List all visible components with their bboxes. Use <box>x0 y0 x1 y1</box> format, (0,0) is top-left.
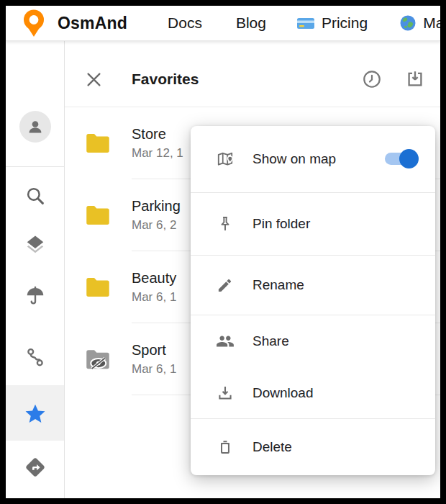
nav-link-pricing[interactable]: Pricing <box>296 14 368 32</box>
folder-name: Parking <box>132 198 181 215</box>
save-download-icon[interactable] <box>405 69 425 89</box>
sidebar-item-favorites[interactable] <box>6 402 65 426</box>
trash-icon <box>216 438 235 456</box>
sidebar-item-search[interactable] <box>6 185 65 207</box>
favorites-header: Favorites <box>65 41 440 107</box>
folder-context-menu: Show on map Pin folder Rename <box>191 126 435 475</box>
folder-name: Store <box>132 126 183 143</box>
globe-icon <box>399 14 417 32</box>
menu-item-delete[interactable]: Delete <box>191 419 435 475</box>
sidebar-item-weather[interactable] <box>6 285 65 307</box>
sidebar-item-navigation[interactable] <box>6 456 65 479</box>
weather-umbrella-icon <box>24 285 46 307</box>
menu-item-download[interactable]: Download <box>191 367 435 419</box>
menu-item-label: Delete <box>252 439 292 455</box>
download-icon <box>216 384 235 402</box>
brand-name[interactable]: OsmAnd <box>58 14 127 33</box>
tracks-icon <box>24 346 46 368</box>
menu-item-label: Show on map <box>252 151 336 167</box>
app-window: OsmAnd Docs Blog Pricing <box>6 6 440 498</box>
osmand-logo-icon[interactable] <box>22 9 46 37</box>
credit-card-icon <box>296 17 315 30</box>
menu-item-share[interactable]: Share <box>191 315 435 367</box>
navigation-icon <box>24 456 47 479</box>
folder-name: Beauty <box>132 270 176 287</box>
nav-link-docs[interactable]: Docs <box>168 14 202 32</box>
folder-date: Mar 6, 1 <box>132 362 176 377</box>
pencil-icon <box>216 276 235 294</box>
menu-item-label: Pin folder <box>252 216 310 232</box>
panel-title: Favorites <box>132 71 199 88</box>
search-icon <box>24 185 46 207</box>
account-icon <box>25 117 45 137</box>
layers-icon <box>24 234 46 256</box>
menu-item-label: Download <box>252 385 314 401</box>
favorites-star-icon <box>23 402 47 426</box>
folder-hidden-icon <box>85 348 111 370</box>
show-on-map-toggle[interactable] <box>385 153 417 165</box>
menu-item-label: Share <box>252 333 289 349</box>
menu-item-label: Rename <box>252 277 304 293</box>
people-icon <box>216 332 235 351</box>
sidebar-item-layers[interactable] <box>6 234 65 256</box>
menu-item-rename[interactable]: Rename <box>191 256 435 315</box>
sidebar-item-tracks[interactable] <box>6 346 65 368</box>
screenshot-frame: OsmAnd Docs Blog Pricing <box>0 0 446 504</box>
toggle-knob <box>399 149 419 168</box>
recent-clock-icon[interactable] <box>362 69 382 89</box>
left-sidebar <box>6 41 65 498</box>
folder-date: Mar 12, 1 <box>132 146 183 161</box>
folder-name: Sport <box>132 342 176 359</box>
nav-link-map[interactable]: Map <box>399 14 440 32</box>
folder-icon <box>85 132 111 154</box>
folder-icon <box>85 276 111 298</box>
sidebar-item-account[interactable] <box>19 111 51 143</box>
folder-icon <box>85 204 111 226</box>
nav-link-blog[interactable]: Blog <box>236 14 266 32</box>
top-navbar: OsmAnd Docs Blog Pricing <box>6 6 440 41</box>
menu-item-show-on-map[interactable]: Show on map <box>191 126 435 193</box>
close-icon[interactable] <box>84 70 104 89</box>
menu-item-pin-folder[interactable]: Pin folder <box>191 193 435 256</box>
folder-date: Mar 6, 2 <box>132 218 181 233</box>
pushpin-icon <box>216 215 235 233</box>
sidebar-divider <box>6 166 65 167</box>
map-pin-icon <box>216 150 235 168</box>
folder-date: Mar 6, 1 <box>132 290 176 305</box>
